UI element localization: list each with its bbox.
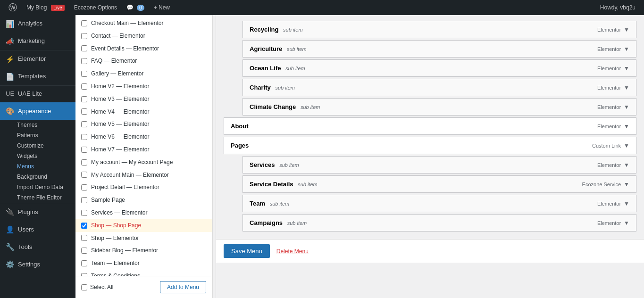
page-checkbox[interactable] xyxy=(81,20,87,26)
wp-logo-button[interactable]: ⓦ xyxy=(4,0,22,15)
page-list-item[interactable]: Home V6 — Elementor xyxy=(75,131,212,143)
select-all-label[interactable]: Select All xyxy=(81,284,113,290)
sidebar-sub-menus[interactable]: Menus xyxy=(0,161,75,172)
delete-menu-button[interactable]: Delete Menu xyxy=(276,248,309,255)
page-list-item[interactable]: Services — Elementor xyxy=(75,207,212,219)
page-list-item[interactable]: Event Details — Elementor xyxy=(75,42,212,55)
menu-main-item[interactable]: PagesCustom Link▼ xyxy=(224,137,636,154)
add-to-menu-button[interactable]: Add to Menu xyxy=(160,281,206,293)
howdy-text: Howdy, vbq2u xyxy=(595,4,640,11)
page-checkbox[interactable] xyxy=(81,260,87,266)
analytics-label: Analytics xyxy=(18,19,42,28)
page-list-item[interactable]: Contact — Elementor xyxy=(75,30,212,42)
page-checkbox[interactable] xyxy=(81,108,87,115)
resize-handle[interactable] xyxy=(212,15,216,298)
comments-button[interactable]: 💬 0 xyxy=(122,0,149,15)
sidebar-sub-background[interactable]: Background xyxy=(0,172,75,182)
sidebar-sub-theme-file-editor[interactable]: Theme File Editor xyxy=(0,192,75,203)
menu-item-chevron-icon[interactable]: ▼ xyxy=(624,162,629,168)
page-checkbox[interactable] xyxy=(81,184,87,190)
new-button[interactable]: + New xyxy=(149,0,175,15)
page-list-item[interactable]: Home V4 — Elementor xyxy=(75,106,212,118)
menu-item-chevron-icon[interactable]: ▼ xyxy=(624,84,629,91)
page-list-item[interactable]: My account — My Account Page xyxy=(75,156,212,169)
page-list-item[interactable]: FAQ — Elementor xyxy=(75,55,212,67)
sidebar-item-templates[interactable]: 📄 Templates xyxy=(0,68,75,85)
page-list-item[interactable]: Team — Elementor xyxy=(75,257,212,270)
menu-sub-item[interactable]: Recycling sub itemElementor▼ xyxy=(243,21,636,38)
menu-sub-item[interactable]: Campaigns sub itemElementor▼ xyxy=(243,214,636,232)
menu-sub-item[interactable]: Ocean Life sub itemElementor▼ xyxy=(243,59,636,77)
menu-item-chevron-icon[interactable]: ▼ xyxy=(624,26,629,33)
tools-label: Tools xyxy=(18,243,32,251)
page-checkbox[interactable] xyxy=(81,210,87,216)
menu-item-tag: Elementor xyxy=(597,162,621,168)
menu-item-chevron-icon[interactable]: ▼ xyxy=(624,104,629,110)
menu-item-chevron-icon[interactable]: ▼ xyxy=(624,65,629,72)
elementor-label: Elementor xyxy=(18,55,46,63)
my-blog-button[interactable]: My Blog Live xyxy=(22,0,69,15)
menu-sub-item[interactable]: Charity sub itemElementor▼ xyxy=(243,79,636,96)
page-list-item[interactable]: Project Detail — Elementor xyxy=(75,181,212,194)
menu-sub-item[interactable]: Service Details sub itemEcozone Service▼ xyxy=(243,175,636,193)
menu-sub-item[interactable]: Team sub itemElementor▼ xyxy=(243,195,636,212)
menu-sub-item[interactable]: Services sub itemElementor▼ xyxy=(243,156,636,174)
menu-sub-item[interactable]: Agriculture sub itemElementor▼ xyxy=(243,40,636,58)
page-list-item[interactable]: Gallery — Elementor xyxy=(75,67,212,80)
page-list-item[interactable]: Home V2 — Elementor xyxy=(75,80,212,93)
menu-item-chevron-icon[interactable]: ▼ xyxy=(624,220,629,226)
page-checkbox[interactable] xyxy=(81,33,87,39)
save-menu-button[interactable]: Save Menu xyxy=(224,244,270,258)
page-checkbox[interactable] xyxy=(81,58,87,64)
page-checkbox[interactable] xyxy=(81,134,87,140)
sidebar-item-elementor[interactable]: ⚡ Elementor xyxy=(0,50,75,68)
page-list-item[interactable]: Home V3 — Elementor xyxy=(75,93,212,106)
page-checkbox[interactable] xyxy=(81,197,87,203)
menu-item-chevron-icon[interactable]: ▼ xyxy=(624,181,629,188)
page-checkbox[interactable] xyxy=(81,172,87,178)
menu-sub-item[interactable]: Climate Change sub itemElementor▼ xyxy=(243,98,636,116)
menu-item-chevron-icon[interactable]: ▼ xyxy=(624,123,629,130)
page-checkbox[interactable] xyxy=(81,96,87,102)
page-checkbox[interactable] xyxy=(81,223,87,229)
page-checkbox[interactable] xyxy=(81,159,87,166)
page-list-item[interactable]: Home V7 — Elementor xyxy=(75,143,212,156)
sidebar-item-users[interactable]: 👤 Users xyxy=(0,221,75,238)
sidebar-item-appearance[interactable]: 🎨 Appearance xyxy=(0,102,75,120)
page-list-item[interactable]: Shop — Elementor xyxy=(75,232,212,245)
sidebar-sub-widgets[interactable]: Widgets xyxy=(0,151,75,161)
sidebar-sub-patterns[interactable]: Patterns xyxy=(0,130,75,141)
select-all-checkbox[interactable] xyxy=(81,284,87,290)
menu-item-tag: Elementor xyxy=(597,124,621,129)
page-list-item[interactable]: My Account Main — Elementor xyxy=(75,169,212,182)
menu-item-chevron-icon[interactable]: ▼ xyxy=(624,200,629,207)
sidebar-item-uae-lite[interactable]: UE UAE Lite xyxy=(0,86,75,102)
page-list-item[interactable]: Home V5 — Elementor xyxy=(75,118,212,131)
page-checkbox[interactable] xyxy=(81,45,87,51)
menu-main-item[interactable]: AboutElementor▼ xyxy=(224,117,636,135)
page-list-item[interactable]: Terms & Conditions xyxy=(75,270,212,276)
page-list-item[interactable]: Sample Page xyxy=(75,194,212,207)
sidebar-item-settings[interactable]: ⚙️ Settings xyxy=(0,256,75,273)
page-list-item[interactable]: Shop — Shop Page xyxy=(75,219,212,232)
menu-item-chevron-icon[interactable]: ▼ xyxy=(624,142,629,149)
sidebar-sub-customize[interactable]: Customize xyxy=(0,141,75,151)
sidebar: 📊 Analytics 📣 Marketing ⚡ Elementor 📄 Te… xyxy=(0,15,75,298)
sidebar-item-marketing[interactable]: 📣 Marketing xyxy=(0,33,75,50)
sidebar-item-analytics[interactable]: 📊 Analytics xyxy=(0,15,75,33)
page-list-item[interactable]: Sidebar Blog — Elementor xyxy=(75,244,212,257)
menu-item-chevron-icon[interactable]: ▼ xyxy=(624,46,629,52)
page-checkbox[interactable] xyxy=(81,83,87,90)
page-checkbox[interactable] xyxy=(81,248,87,254)
sidebar-item-plugins[interactable]: 🔌 Plugins xyxy=(0,203,75,221)
page-checkbox[interactable] xyxy=(81,121,87,127)
page-checkbox[interactable] xyxy=(81,71,87,77)
sidebar-sub-themes[interactable]: Themes xyxy=(0,120,75,130)
page-checkbox[interactable] xyxy=(81,235,87,241)
ecozone-options-button[interactable]: Ecozone Options xyxy=(69,0,122,15)
sidebar-sub-import-demo[interactable]: Import Demo Data xyxy=(0,182,75,192)
page-checkbox[interactable] xyxy=(81,147,87,153)
sidebar-item-tools[interactable]: 🔧 Tools xyxy=(0,238,75,256)
page-list-item[interactable]: Checkout Main — Elementor xyxy=(75,17,212,30)
marketing-icon: 📣 xyxy=(6,36,14,46)
